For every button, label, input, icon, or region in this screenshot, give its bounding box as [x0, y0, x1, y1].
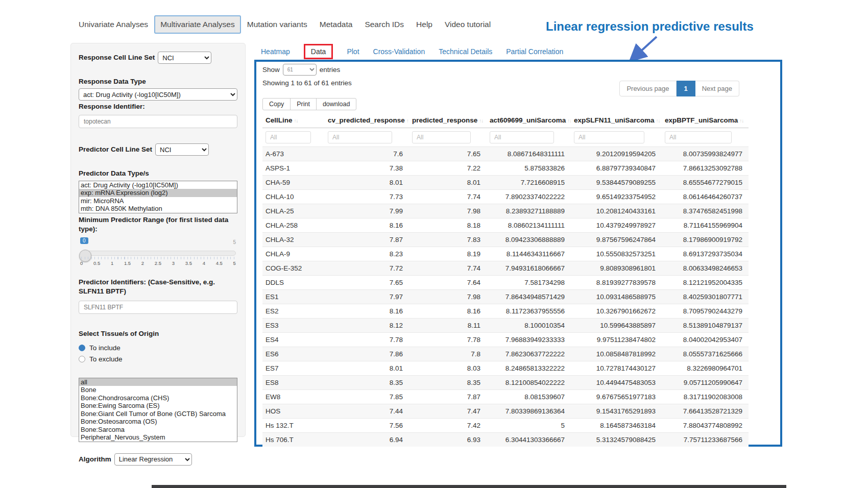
download-button[interactable]: download: [316, 98, 357, 110]
sort-icon[interactable]: ↑↓: [406, 118, 409, 124]
nav-item-video-tutorial[interactable]: Video tutorial: [439, 15, 497, 34]
listbox-option[interactable]: Bone:Ewing Sarcoma (ES): [79, 402, 237, 410]
listbox-option[interactable]: Peripheral_Nervous_System: [79, 433, 237, 442]
value-cell: 8.01: [409, 176, 487, 190]
nav-item-mutation-variants[interactable]: Mutation variants: [241, 15, 314, 34]
cellline-cell: HOS: [262, 404, 325, 419]
table-row[interactable]: ES38.128.118.10001035410.5996438858978.5…: [262, 319, 749, 333]
value-cell: 8.31711902083008: [662, 390, 749, 404]
sort-icon[interactable]: ↑↓: [294, 118, 298, 124]
listbox-option[interactable]: mir: MicroRNA: [79, 197, 237, 205]
table-row[interactable]: Hs 132.T7.567.4258.16458734631847.880437…: [262, 419, 749, 433]
value-cell: 7.94931618066667: [487, 261, 571, 276]
current-page-button[interactable]: 1: [677, 81, 695, 96]
listbox-option[interactable]: exp: mRNA Expression (log2): [79, 189, 237, 197]
response-identifier-input[interactable]: [79, 115, 237, 128]
value-cell: 8.23893271188889: [487, 204, 571, 218]
table-row[interactable]: ES17.977.987.8643494857142910.0931486588…: [262, 290, 749, 304]
value-cell: 9.67675651977183: [571, 390, 662, 404]
listbox-option[interactable]: act: Drug Activity (-log10[IC50M]): [79, 181, 237, 189]
tab-cross-validation[interactable]: Cross-Validation: [373, 47, 425, 56]
value-cell: 9.8089308961801: [571, 261, 662, 276]
show-entries-suffix: entries: [320, 66, 341, 74]
value-cell: 10.0858487818992: [571, 347, 662, 361]
copy-button[interactable]: Copy: [262, 98, 291, 110]
column-filter-input[interactable]: [266, 131, 311, 143]
sort-icon[interactable]: ↑↓: [567, 118, 571, 124]
tab-partial-correlation[interactable]: Partial Correlation: [506, 47, 563, 56]
table-row[interactable]: COG-E-3527.727.747.949316180666679.80893…: [262, 261, 749, 276]
value-cell: 8.11723637955556: [487, 304, 571, 319]
show-entries-select[interactable]: 61: [283, 64, 317, 76]
table-row[interactable]: ES88.358.358.1210085402222210.4494475483…: [262, 376, 749, 390]
table-row[interactable]: CHLA-98.238.198.1144634311666710.5550832…: [262, 247, 749, 261]
nav-item-help[interactable]: Help: [410, 15, 439, 34]
column-filter-input[interactable]: [328, 131, 392, 143]
value-cell: 9.20120919594205: [571, 147, 662, 161]
column-header-expslfn11_unisarcoma[interactable]: expSLFN11_uniSarcoma↑↓: [571, 113, 662, 128]
listbox-option[interactable]: Bone:Osteosarcoma (OS): [79, 418, 237, 426]
table-row[interactable]: ES28.168.168.1172363795555610.3267901662…: [262, 304, 749, 319]
sort-icon[interactable]: ↑↓: [656, 118, 660, 124]
listbox-option[interactable]: mth: DNA 850K Methylation: [79, 205, 237, 213]
cellline-cell: ES1: [262, 290, 325, 304]
tab-data[interactable]: Data: [304, 44, 333, 59]
column-header-expbptf_unisarcoma[interactable]: expBPTF_uniSarcoma↑↓: [662, 113, 749, 128]
next-page-button[interactable]: Next page: [695, 81, 739, 96]
column-header-label: act609699_uniSarcoma: [490, 116, 566, 124]
table-row[interactable]: Hs 706.T6.946.936.304413033666675.313245…: [262, 433, 749, 447]
column-header-cellline[interactable]: CellLine↑↓: [262, 113, 325, 128]
column-filter-input[interactable]: [665, 131, 732, 143]
listbox-option[interactable]: all: [79, 378, 237, 386]
table-row[interactable]: CHLA-257.997.988.2389327118888910.208124…: [262, 204, 749, 218]
response-data-type-select[interactable]: act: Drug Activity (-log10[IC50M]): [79, 88, 237, 101]
predictor-cell-line-set-label: Predictor Cell Line Set: [79, 145, 152, 154]
nav-item-metadata[interactable]: Metadata: [314, 15, 359, 34]
table-row[interactable]: CHA-598.018.017.72166089159.538445790892…: [262, 176, 749, 190]
table-row[interactable]: CHLA-327.877.838.094233068888899.8756759…: [262, 233, 749, 247]
table-row[interactable]: HOS7.447.477.803398691363649.15431765291…: [262, 404, 749, 419]
column-filter-input[interactable]: [412, 131, 471, 143]
cellline-cell: A-673: [262, 147, 325, 161]
table-row[interactable]: CHLA-2588.168.188.0860213411111110.43792…: [262, 218, 749, 233]
listbox-option[interactable]: Bone:Giant Cell Tumor of Bone (GCTB) Sar…: [79, 410, 237, 418]
radio-to-exclude[interactable]: To exclude: [79, 355, 237, 363]
sort-icon[interactable]: ↑↓: [479, 118, 483, 124]
column-header-act609699_unisarcoma[interactable]: act609699_uniSarcoma↑↓: [487, 113, 571, 128]
tab-heatmap[interactable]: Heatmap: [261, 47, 290, 56]
previous-page-button[interactable]: Previous page: [619, 81, 676, 96]
cellline-cell: CHA-59: [262, 176, 325, 190]
algorithm-select[interactable]: Linear Regression: [114, 453, 192, 466]
column-filter-input[interactable]: [574, 131, 644, 143]
table-row[interactable]: ES78.018.038.2486581332222210.7278174430…: [262, 361, 749, 376]
listbox-option[interactable]: Bone:Sarcoma: [79, 426, 237, 434]
table-row[interactable]: ES67.867.87.8623063772222210.08584878189…: [262, 347, 749, 361]
column-header-predicted_response[interactable]: predicted_response↑↓: [409, 113, 487, 128]
nav-item-search-ids[interactable]: Search IDs: [358, 15, 410, 34]
nav-item-univariate-analyses[interactable]: Univariate Analyses: [73, 15, 154, 34]
table-row[interactable]: EW87.857.878.0815396079.676756519771838.…: [262, 390, 749, 404]
slider-max-label: 5: [233, 239, 236, 245]
tab-plot[interactable]: Plot: [347, 47, 359, 56]
response-cell-line-set-select[interactable]: NCI: [158, 52, 211, 64]
column-filter-input[interactable]: [490, 131, 554, 143]
listbox-option[interactable]: Bone:Chondrosarcoma (CHS): [79, 394, 237, 402]
sort-icon[interactable]: ↑↓: [739, 118, 743, 124]
table-row[interactable]: CHLA-107.737.747.890233740222229.6514923…: [262, 190, 749, 204]
value-cell: 9.53844579089255: [571, 176, 662, 190]
radio-to-include[interactable]: To include: [79, 344, 237, 352]
table-row[interactable]: DDLS7.657.647.5817342988.819392778395788…: [262, 276, 749, 290]
slider-track[interactable]: [80, 251, 236, 256]
cellline-cell: COG-E-352: [262, 261, 325, 276]
predictor-cell-line-set-select[interactable]: NCI: [155, 143, 209, 156]
predictor-identifiers-input[interactable]: [79, 301, 237, 314]
value-cell: 9.05711205990647: [662, 376, 749, 390]
nav-item-multivariate-analyses[interactable]: Multivariate Analyses: [154, 15, 241, 34]
table-row[interactable]: ASPS-17.387.225.8758338266.8879773934084…: [262, 161, 749, 176]
print-button[interactable]: Print: [290, 98, 317, 110]
table-row[interactable]: A-6737.67.658.086716483111119.2012091959…: [262, 147, 749, 161]
column-header-cv_predicted_response[interactable]: cv_predicted_response↑↓: [325, 113, 409, 128]
listbox-option[interactable]: Bone: [79, 386, 237, 394]
tab-technical-details[interactable]: Technical Details: [439, 47, 492, 56]
table-row[interactable]: ES47.787.787.968839492333339.97511238474…: [262, 333, 749, 347]
